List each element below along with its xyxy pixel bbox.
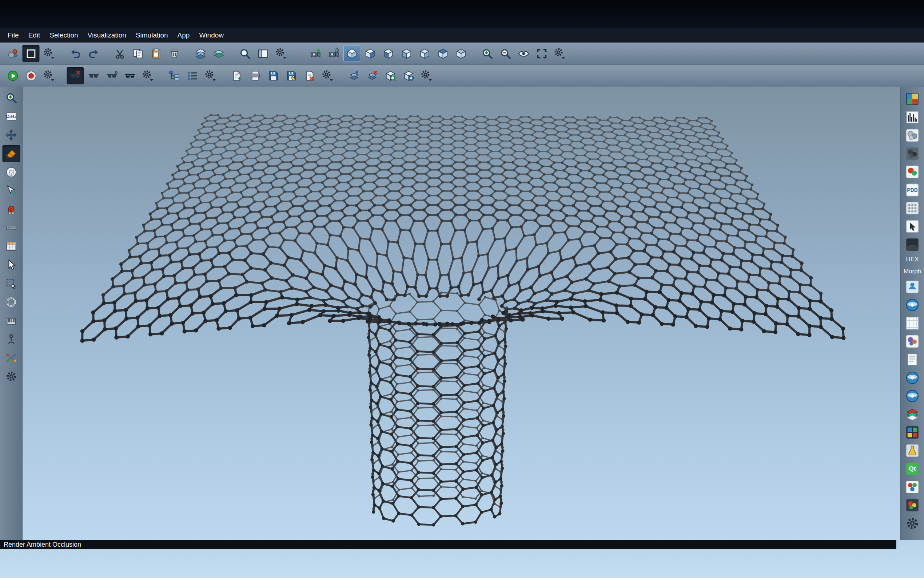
right-tool-palette: PDBHEXMorphQt	[900, 87, 924, 540]
play-simulation-button[interactable]	[4, 67, 21, 84]
delete-button[interactable]	[166, 45, 183, 62]
stereo-options-button[interactable]	[140, 67, 157, 84]
rectangle-select-tool-button[interactable]	[3, 275, 20, 292]
view-top-button[interactable]	[434, 45, 451, 62]
flask-preset-button[interactable]	[903, 442, 921, 459]
add-layer-button[interactable]	[192, 45, 209, 62]
camera-settings-button[interactable]	[325, 45, 342, 62]
particle-grid-button[interactable]	[903, 200, 921, 217]
menu-file[interactable]: File	[3, 28, 24, 42]
zoom-in-button[interactable]	[479, 45, 495, 62]
secondary-structure-button[interactable]	[903, 296, 921, 313]
list-view-button[interactable]	[184, 67, 201, 84]
model-options-button[interactable]	[41, 45, 57, 62]
notes-button[interactable]	[903, 351, 921, 368]
table-tool-button[interactable]	[3, 238, 20, 255]
side-panel-button[interactable]	[255, 45, 271, 62]
ring-tool-button[interactable]	[3, 294, 20, 310]
annotate-group-button[interactable]	[400, 67, 417, 84]
menu-window[interactable]: Window	[194, 28, 228, 42]
save-document-as-button[interactable]	[283, 67, 300, 84]
stereo-side-by-side-button[interactable]	[85, 67, 102, 84]
dark-material-button[interactable]	[903, 236, 921, 253]
undo-button[interactable]	[67, 45, 84, 62]
membrane-tool-button[interactable]	[3, 219, 20, 236]
qt-plugin-button[interactable]: Qt	[903, 460, 921, 477]
view-bottom-button[interactable]	[453, 45, 469, 62]
panel-options-button[interactable]	[903, 515, 921, 532]
print-document-button[interactable]	[247, 67, 264, 84]
window-titlebar[interactable]	[0, 0, 924, 28]
cut-button[interactable]	[111, 45, 128, 62]
morph-tool-button[interactable]	[903, 278, 921, 295]
color-cluster-button[interactable]	[903, 497, 921, 513]
view-right-button[interactable]	[416, 45, 433, 62]
pointer-tool-button[interactable]	[3, 257, 20, 273]
eraser-tool-button[interactable]	[3, 145, 20, 162]
colored-spheres-button[interactable]	[903, 333, 921, 350]
cpk-colors-button[interactable]	[903, 163, 921, 180]
toggle-visibility-button[interactable]	[515, 45, 532, 62]
lattice-tool-button[interactable]	[3, 164, 20, 180]
menu-app[interactable]: App	[173, 28, 195, 42]
chemistry-tool-button[interactable]: C₂H₆	[3, 108, 20, 125]
add-document-button[interactable]	[228, 67, 245, 84]
record-simulation-button[interactable]	[23, 67, 39, 84]
view-options-button[interactable]	[552, 45, 568, 62]
build-model-button[interactable]	[4, 45, 21, 62]
color-map-button[interactable]	[903, 90, 921, 107]
save-document-button[interactable]	[265, 67, 282, 84]
layer-colors-button[interactable]	[903, 406, 921, 422]
pick-structure-tool-button[interactable]	[3, 182, 20, 199]
perspective-view-button[interactable]	[343, 45, 360, 62]
view-back-button[interactable]	[380, 45, 396, 62]
add-to-group-button[interactable]	[346, 67, 362, 84]
ball-preset-light-button[interactable]	[903, 127, 921, 144]
menu-simulation[interactable]: Simulation	[131, 28, 173, 42]
move-tool-button[interactable]	[3, 127, 20, 143]
menu-selection[interactable]: Selection	[45, 28, 83, 42]
stereo-off-button[interactable]	[67, 67, 84, 84]
pdb-export-button[interactable]: PDB	[903, 181, 921, 198]
bond-tool-button[interactable]	[3, 349, 20, 366]
menu-edit[interactable]: Edit	[24, 28, 45, 42]
disc-preset-2-button[interactable]	[903, 387, 921, 404]
copy-button[interactable]	[129, 45, 146, 62]
viewport-3d[interactable]	[23, 87, 900, 540]
menu-visualization[interactable]: Visualization	[83, 28, 131, 42]
zoom-out-button[interactable]	[497, 45, 514, 62]
pointer-preset-button[interactable]	[903, 218, 921, 235]
paste-button[interactable]	[148, 45, 164, 62]
attractor-tool-button[interactable]	[3, 201, 20, 218]
probe-tool-button[interactable]	[3, 331, 20, 347]
merge-layers-button[interactable]	[210, 45, 227, 62]
add-camera-button[interactable]	[307, 45, 324, 62]
close-document-button[interactable]	[301, 67, 318, 84]
grid-preset-button[interactable]	[903, 315, 921, 331]
pixel-colors-button[interactable]	[903, 424, 921, 441]
fit-to-view-button[interactable]	[533, 45, 550, 62]
grouping-options-button[interactable]	[418, 67, 435, 84]
stereo-anaglyph-button[interactable]	[121, 67, 138, 84]
stereo-interlaced-button[interactable]	[103, 67, 120, 84]
ball-preset-dark-button[interactable]	[903, 145, 921, 162]
document-options-button[interactable]	[319, 67, 336, 84]
inspect-group-button[interactable]	[382, 67, 399, 84]
histogram-button[interactable]	[903, 109, 921, 125]
disc-preset-1-button[interactable]	[903, 369, 921, 386]
selection-mode-button[interactable]	[23, 45, 39, 62]
doc-plus-icon	[231, 70, 243, 82]
remove-from-group-button[interactable]	[364, 67, 380, 84]
structure-options-button[interactable]	[202, 67, 219, 84]
find-button[interactable]	[236, 45, 253, 62]
tools-options-button[interactable]	[3, 368, 20, 385]
view-front-button[interactable]	[362, 45, 378, 62]
rgb-dots-button[interactable]	[903, 478, 921, 495]
simulation-options-button[interactable]	[41, 67, 57, 84]
find-options-button[interactable]	[273, 45, 290, 62]
view-left-button[interactable]	[398, 45, 415, 62]
comb-tool-button[interactable]	[3, 312, 20, 329]
redo-button[interactable]	[85, 45, 102, 62]
document-tree-button[interactable]	[166, 67, 183, 84]
zoom-region-tool-button[interactable]	[3, 89, 20, 106]
